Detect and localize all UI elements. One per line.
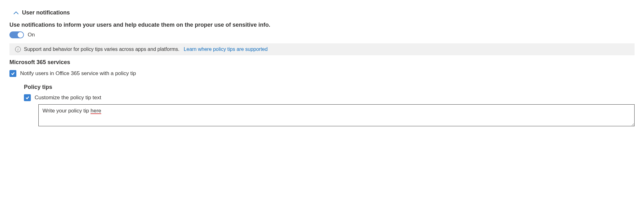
toggle-knob	[18, 32, 23, 38]
info-banner-text: Support and behavior for policy tips var…	[24, 46, 179, 52]
policy-tip-text-prefix: Write your policy tip	[42, 108, 91, 114]
section-description: Use notifications to inform your users a…	[9, 22, 635, 28]
policy-tip-textarea-wrap: Write your policy tip here	[38, 104, 635, 126]
policy-tips-section: Policy tips Customize the policy tip tex…	[24, 84, 635, 126]
m365-services-title: Microsoft 365 services	[9, 59, 635, 66]
customize-tip-checkbox[interactable]	[24, 94, 31, 101]
customize-tip-label: Customize the policy tip text	[35, 95, 101, 101]
info-banner: i Support and behavior for policy tips v…	[9, 43, 635, 55]
customize-tip-checkbox-row: Customize the policy tip text	[24, 94, 635, 101]
section-title: User notifications	[22, 9, 70, 16]
policy-tips-title: Policy tips	[24, 84, 635, 90]
section-header[interactable]: User notifications	[13, 9, 635, 16]
notifications-toggle-row: On	[9, 31, 635, 38]
check-icon	[11, 71, 15, 76]
notify-users-label: Notify users in Office 365 service with …	[20, 70, 136, 77]
check-icon	[25, 95, 30, 100]
policy-tip-text-underlined: here	[91, 108, 101, 114]
chevron-up-icon	[13, 10, 19, 16]
policy-tip-textarea[interactable]: Write your policy tip here	[38, 104, 635, 126]
learn-more-link[interactable]: Learn where policy tips are supported	[184, 46, 268, 52]
notifications-toggle[interactable]	[9, 31, 24, 38]
notify-users-checkbox-row: Notify users in Office 365 service with …	[9, 70, 635, 77]
toggle-state-label: On	[28, 32, 35, 38]
notify-users-checkbox[interactable]	[9, 70, 16, 77]
info-icon: i	[15, 46, 21, 52]
